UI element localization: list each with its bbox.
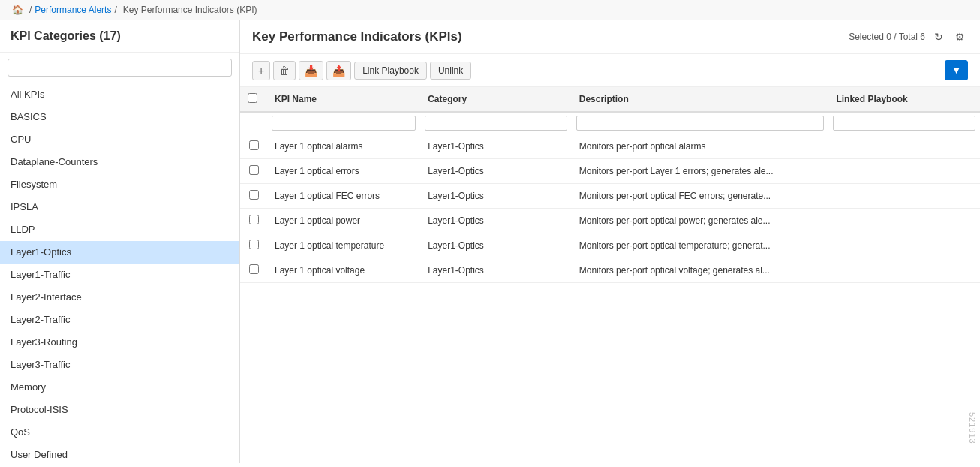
table-row: Layer 1 optical voltageLayer1-OpticsMoni… — [240, 258, 980, 283]
sidebar-item-qos[interactable]: QoS — [0, 421, 239, 444]
table-row: Layer 1 optical errorsLayer1-OpticsMonit… — [240, 159, 980, 184]
description-cell: Monitors per-port optical alarms — [572, 134, 829, 159]
row-checkbox[interactable] — [249, 165, 259, 175]
category-cell: Layer1-Optics — [420, 159, 572, 184]
page-title: Key Performance Indicators (KPIs) — [252, 29, 462, 44]
description-cell: Monitors per-port optical FEC errors; ge… — [572, 184, 829, 209]
linked-playbook-cell — [828, 134, 980, 159]
content-panel: Key Performance Indicators (KPIs) Select… — [240, 20, 980, 463]
delete-button[interactable]: 🗑 — [273, 61, 296, 80]
sidebar: KPI Categories (17) All KPIsBASICSCPUDat… — [0, 20, 240, 463]
sidebar-item-cpu[interactable]: CPU — [0, 128, 239, 151]
category-cell: Layer1-Optics — [420, 134, 572, 159]
sidebar-item-protocol-isis[interactable]: Protocol-ISIS — [0, 399, 239, 421]
content-header: Key Performance Indicators (KPIs) Select… — [240, 20, 980, 54]
row-checkbox[interactable] — [249, 215, 259, 224]
home-icon[interactable]: 🏠 — [12, 5, 23, 15]
description-cell: Monitors per-port optical power; generat… — [572, 209, 829, 234]
category-cell: Layer1-Optics — [420, 209, 572, 234]
description-cell: Monitors per-port optical voltage; gener… — [572, 258, 829, 283]
kpi-table: KPI Name Category Description Linked Pla… — [240, 87, 980, 283]
header-checkbox-col — [240, 87, 267, 112]
kpi-name-cell: Layer 1 optical temperature — [267, 234, 420, 258]
import-button[interactable]: 📥 — [299, 61, 323, 80]
sidebar-item-ipsla[interactable]: IPSLA — [0, 196, 239, 218]
sidebar-item-user-defined[interactable]: User Defined — [0, 444, 239, 463]
table-row: Layer 1 optical alarmsLayer1-OpticsMonit… — [240, 134, 980, 159]
table-filter-row — [240, 112, 980, 134]
settings-button[interactable]: ⚙ — [952, 29, 968, 44]
filter-kpi-name[interactable] — [272, 116, 416, 131]
link-playbook-button[interactable]: Link Playbook — [354, 62, 427, 80]
kpi-table-container: KPI Name Category Description Linked Pla… — [240, 87, 980, 463]
filter-category[interactable] — [425, 116, 567, 131]
sidebar-item-layer2-interface[interactable]: Layer2-Interface — [0, 286, 239, 309]
description-cell: Monitors per-port optical temperature; g… — [572, 234, 829, 258]
table-row: Layer 1 optical FEC errorsLayer1-OpticsM… — [240, 184, 980, 209]
kpi-table-body: Layer 1 optical alarmsLayer1-OpticsMonit… — [240, 134, 980, 283]
export-button[interactable]: 📤 — [326, 61, 351, 80]
sidebar-item-all-kpis[interactable]: All KPIs — [0, 83, 239, 106]
select-all-checkbox[interactable] — [248, 93, 257, 103]
row-checkbox-cell — [240, 209, 267, 234]
sidebar-item-memory[interactable]: Memory — [0, 376, 239, 399]
table-row: Layer 1 optical temperatureLayer1-Optics… — [240, 234, 980, 258]
kpi-name-cell: Layer 1 optical alarms — [267, 134, 420, 159]
content-meta: Selected 0 / Total 6 ↻ ⚙ — [849, 29, 968, 44]
row-checkbox[interactable] — [249, 264, 259, 274]
linked-playbook-cell — [828, 209, 980, 234]
kpi-name-cell: Layer 1 optical errors — [267, 159, 420, 184]
linked-playbook-cell — [828, 234, 980, 258]
header-description: Description — [572, 87, 829, 112]
category-cell: Layer1-Optics — [420, 234, 572, 258]
row-checkbox-cell — [240, 159, 267, 184]
sidebar-item-layer2-traffic[interactable]: Layer2-Traffic — [0, 309, 239, 331]
header-kpi-name: KPI Name — [267, 87, 420, 112]
breadcrumb-performance-alerts[interactable]: Performance Alerts — [35, 5, 111, 15]
category-cell: Layer1-Optics — [420, 258, 572, 283]
header-category: Category — [420, 87, 572, 112]
table-header-row: KPI Name Category Description Linked Pla… — [240, 87, 980, 112]
row-checkbox-cell — [240, 258, 267, 283]
sidebar-search-container — [0, 53, 239, 83]
sidebar-item-layer1-optics[interactable]: Layer1-Optics — [0, 241, 239, 264]
header-linked-playbook: Linked Playbook — [828, 87, 980, 112]
linked-playbook-cell — [828, 258, 980, 283]
table-row: Layer 1 optical powerLayer1-OpticsMonito… — [240, 209, 980, 234]
sidebar-item-layer1-traffic[interactable]: Layer1-Traffic — [0, 264, 239, 286]
toolbar: + 🗑 📥 📤 Link Playbook Unlink ▼ — [240, 54, 980, 87]
breadcrumb: 🏠 / Performance Alerts / Key Performance… — [0, 0, 980, 20]
sidebar-item-basics[interactable]: BASICS — [0, 106, 239, 128]
filter-description[interactable] — [576, 116, 825, 131]
sidebar-item-layer3-routing[interactable]: Layer3-Routing — [0, 331, 239, 354]
refresh-button[interactable]: ↻ — [931, 29, 946, 44]
linked-playbook-cell — [828, 184, 980, 209]
kpi-name-cell: Layer 1 optical voltage — [267, 258, 420, 283]
kpi-name-cell: Layer 1 optical power — [267, 209, 420, 234]
row-checkbox-cell — [240, 184, 267, 209]
breadcrumb-kpi: Key Performance Indicators (KPI) — [123, 5, 257, 15]
selected-count: Selected 0 / Total 6 — [849, 32, 925, 42]
description-cell: Monitors per-port Layer 1 errors; genera… — [572, 159, 829, 184]
sidebar-search-input[interactable] — [8, 59, 232, 77]
filter-button[interactable]: ▼ — [945, 60, 968, 80]
filter-icon: ▼ — [951, 65, 961, 76]
linked-playbook-cell — [828, 159, 980, 184]
kpi-name-cell: Layer 1 optical FEC errors — [267, 184, 420, 209]
sidebar-list: All KPIsBASICSCPUDataplane-CountersFiles… — [0, 83, 239, 463]
sidebar-title: KPI Categories (17) — [0, 20, 239, 53]
filter-linked-playbook[interactable] — [833, 116, 975, 131]
row-checkbox-cell — [240, 134, 267, 159]
sidebar-item-filesystem[interactable]: Filesystem — [0, 173, 239, 196]
row-checkbox-cell — [240, 234, 267, 258]
row-checkbox[interactable] — [249, 140, 259, 150]
category-cell: Layer1-Optics — [420, 184, 572, 209]
sidebar-item-dataplane-counters[interactable]: Dataplane-Counters — [0, 151, 239, 173]
sidebar-item-lldp[interactable]: LLDP — [0, 218, 239, 241]
sidebar-item-layer3-traffic[interactable]: Layer3-Traffic — [0, 354, 239, 376]
row-checkbox[interactable] — [249, 240, 259, 249]
add-button[interactable]: + — [252, 61, 270, 80]
unlink-button[interactable]: Unlink — [430, 62, 471, 80]
row-checkbox[interactable] — [249, 190, 259, 200]
